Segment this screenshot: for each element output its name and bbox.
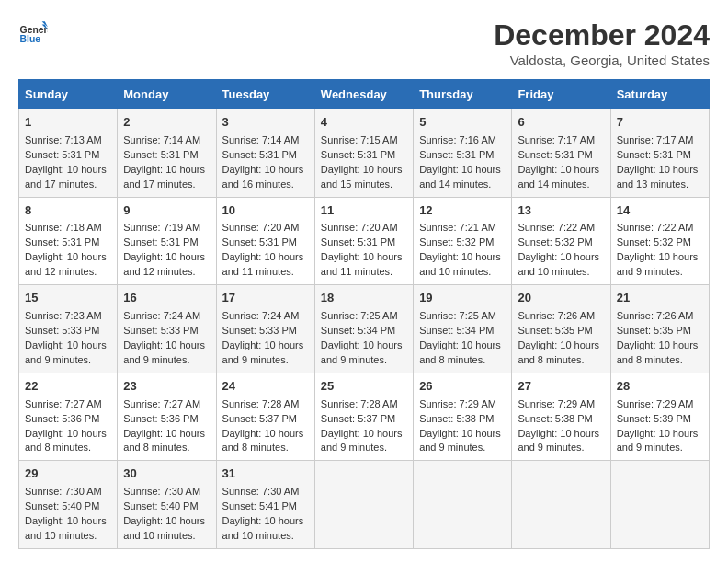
svg-text:General: General	[20, 25, 48, 35]
day-cell: 23Sunrise: 7:27 AMSunset: 5:36 PMDayligh…	[118, 373, 216, 461]
day-cell: 17Sunrise: 7:24 AMSunset: 5:33 PMDayligh…	[216, 285, 314, 373]
col-header-friday: Friday	[512, 80, 610, 109]
day-cell: 5Sunrise: 7:16 AMSunset: 5:31 PMDaylight…	[414, 109, 512, 198]
day-number: 14	[617, 202, 703, 220]
day-cell: 19Sunrise: 7:25 AMSunset: 5:34 PMDayligh…	[414, 285, 512, 373]
day-cell: 11Sunrise: 7:20 AMSunset: 5:31 PMDayligh…	[314, 197, 413, 285]
day-number: 27	[518, 378, 604, 396]
title-area: December 2024 Valdosta, Georgia, United …	[494, 18, 710, 68]
day-number: 4	[321, 114, 407, 132]
week-row-3: 15Sunrise: 7:23 AMSunset: 5:33 PMDayligh…	[19, 285, 710, 373]
day-cell: 4Sunrise: 7:15 AMSunset: 5:31 PMDaylight…	[314, 109, 413, 198]
day-cell: 30Sunrise: 7:30 AMSunset: 5:40 PMDayligh…	[118, 461, 216, 549]
week-row-4: 22Sunrise: 7:27 AMSunset: 5:36 PMDayligh…	[19, 373, 710, 461]
day-number: 15	[25, 290, 111, 307]
day-cell	[610, 461, 709, 549]
calendar-table: SundayMondayTuesdayWednesdayThursdayFrid…	[18, 79, 710, 549]
day-cell: 21Sunrise: 7:26 AMSunset: 5:35 PMDayligh…	[610, 285, 709, 373]
day-number: 31	[222, 465, 309, 483]
day-cell: 24Sunrise: 7:28 AMSunset: 5:37 PMDayligh…	[216, 373, 314, 461]
day-number: 6	[518, 114, 604, 132]
week-row-2: 8Sunrise: 7:18 AMSunset: 5:31 PMDaylight…	[19, 197, 710, 285]
day-number: 16	[123, 290, 210, 307]
col-header-saturday: Saturday	[610, 80, 709, 109]
logo: General Blue	[18, 18, 48, 48]
day-number: 23	[123, 378, 210, 396]
day-number: 3	[222, 114, 309, 132]
day-cell: 28Sunrise: 7:29 AMSunset: 5:39 PMDayligh…	[610, 373, 709, 461]
day-cell: 9Sunrise: 7:19 AMSunset: 5:31 PMDaylight…	[118, 197, 216, 285]
day-number: 28	[617, 378, 703, 396]
day-cell: 8Sunrise: 7:18 AMSunset: 5:31 PMDaylight…	[19, 197, 118, 285]
header: General Blue December 2024 Valdosta, Geo…	[18, 18, 710, 68]
day-number: 21	[617, 290, 703, 307]
day-number: 24	[222, 378, 309, 396]
day-cell: 18Sunrise: 7:25 AMSunset: 5:34 PMDayligh…	[314, 285, 413, 373]
day-cell: 15Sunrise: 7:23 AMSunset: 5:33 PMDayligh…	[19, 285, 118, 373]
day-cell: 13Sunrise: 7:22 AMSunset: 5:32 PMDayligh…	[512, 197, 610, 285]
day-number: 18	[321, 290, 407, 307]
day-number: 29	[25, 465, 111, 483]
day-cell: 12Sunrise: 7:21 AMSunset: 5:32 PMDayligh…	[414, 197, 512, 285]
day-number: 25	[321, 378, 407, 396]
day-cell: 7Sunrise: 7:17 AMSunset: 5:31 PMDaylight…	[610, 109, 709, 198]
day-cell	[314, 461, 413, 549]
day-number: 5	[419, 114, 506, 132]
day-cell	[512, 461, 610, 549]
day-cell: 6Sunrise: 7:17 AMSunset: 5:31 PMDaylight…	[512, 109, 610, 198]
logo-icon: General Blue	[18, 18, 48, 48]
day-number: 8	[25, 202, 111, 220]
col-header-wednesday: Wednesday	[314, 80, 413, 109]
day-number: 2	[123, 114, 210, 132]
day-number: 11	[321, 202, 407, 220]
day-number: 20	[518, 290, 604, 307]
day-number: 26	[419, 378, 506, 396]
col-header-thursday: Thursday	[414, 80, 512, 109]
day-cell: 3Sunrise: 7:14 AMSunset: 5:31 PMDaylight…	[216, 109, 314, 198]
day-cell: 2Sunrise: 7:14 AMSunset: 5:31 PMDaylight…	[118, 109, 216, 198]
column-headers: SundayMondayTuesdayWednesdayThursdayFrid…	[19, 80, 710, 109]
day-cell: 27Sunrise: 7:29 AMSunset: 5:38 PMDayligh…	[512, 373, 610, 461]
col-header-sunday: Sunday	[19, 80, 118, 109]
day-cell	[414, 461, 512, 549]
day-number: 10	[222, 202, 309, 220]
week-row-1: 1Sunrise: 7:13 AMSunset: 5:31 PMDaylight…	[19, 109, 710, 198]
location: Valdosta, Georgia, United States	[494, 52, 710, 68]
day-cell: 29Sunrise: 7:30 AMSunset: 5:40 PMDayligh…	[19, 461, 118, 549]
day-number: 9	[123, 202, 210, 220]
svg-text:Blue: Blue	[20, 34, 41, 44]
month-year: December 2024	[494, 18, 710, 52]
day-number: 1	[25, 114, 111, 132]
day-cell: 26Sunrise: 7:29 AMSunset: 5:38 PMDayligh…	[414, 373, 512, 461]
day-cell: 22Sunrise: 7:27 AMSunset: 5:36 PMDayligh…	[19, 373, 118, 461]
day-cell: 1Sunrise: 7:13 AMSunset: 5:31 PMDaylight…	[19, 109, 118, 198]
day-number: 17	[222, 290, 309, 307]
day-number: 30	[123, 465, 210, 483]
day-cell: 10Sunrise: 7:20 AMSunset: 5:31 PMDayligh…	[216, 197, 314, 285]
day-cell: 31Sunrise: 7:30 AMSunset: 5:41 PMDayligh…	[216, 461, 314, 549]
day-cell: 16Sunrise: 7:24 AMSunset: 5:33 PMDayligh…	[118, 285, 216, 373]
day-number: 7	[617, 114, 703, 132]
day-number: 12	[419, 202, 506, 220]
week-row-5: 29Sunrise: 7:30 AMSunset: 5:40 PMDayligh…	[19, 461, 710, 549]
day-cell: 25Sunrise: 7:28 AMSunset: 5:37 PMDayligh…	[314, 373, 413, 461]
day-number: 22	[25, 378, 111, 396]
day-cell: 20Sunrise: 7:26 AMSunset: 5:35 PMDayligh…	[512, 285, 610, 373]
col-header-tuesday: Tuesday	[216, 80, 314, 109]
day-number: 13	[518, 202, 604, 220]
col-header-monday: Monday	[118, 80, 216, 109]
day-number: 19	[419, 290, 506, 307]
day-cell: 14Sunrise: 7:22 AMSunset: 5:32 PMDayligh…	[610, 197, 709, 285]
